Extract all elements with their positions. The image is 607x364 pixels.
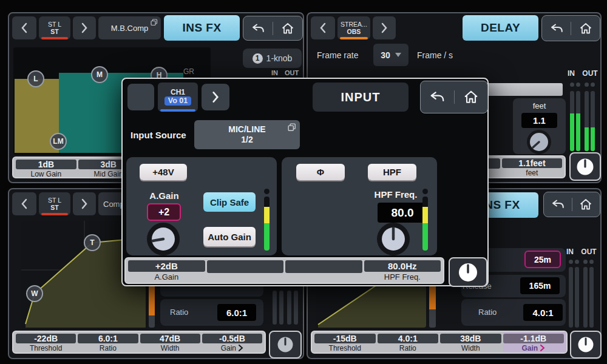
ratio-value[interactable]: 6.0:1 (217, 304, 256, 321)
param-value[interactable] (285, 260, 362, 273)
home-icon[interactable] (578, 21, 593, 36)
hpf-freq-value[interactable]: 80.0 (378, 203, 427, 223)
param-cell-feet[interactable]: 1.1feet feet (502, 158, 562, 176)
peak-dot (589, 260, 594, 264)
clip-safe-button[interactable]: Clip Safe (203, 192, 256, 212)
undo-icon[interactable] (251, 21, 265, 36)
param-value[interactable]: 38dB (440, 334, 501, 343)
chevron-left-icon (18, 197, 30, 211)
phase-button[interactable]: Φ (296, 164, 345, 180)
param-value[interactable]: 4.0:1 (378, 334, 439, 343)
param-value-display[interactable]: 1.1 (521, 113, 557, 128)
band-handle-low[interactable]: L (27, 70, 44, 87)
ratio-row: Ratio 4.0:1 (461, 299, 566, 326)
prev-channel-button[interactable] (311, 16, 335, 39)
home-icon[interactable] (578, 197, 593, 212)
band-handle-mid[interactable]: M (91, 66, 108, 83)
param-cell-width[interactable]: 47dB Width (140, 334, 200, 351)
param-value[interactable]: -0.5dB (202, 334, 262, 343)
undo-icon[interactable] (429, 89, 446, 106)
param-value[interactable] (207, 260, 284, 273)
input-source-button[interactable]: MIC/LINE 1/2 (194, 120, 300, 149)
tab-ins-fx[interactable]: INS FX (164, 15, 240, 41)
channel-select-button[interactable]: ST L ST (39, 192, 70, 215)
param-value[interactable]: 47dB (140, 334, 200, 343)
param-cell[interactable] (207, 260, 284, 281)
phantom-48v-button[interactable]: +48V (140, 164, 187, 180)
param-cell-ratio[interactable]: 6.0:1 Ratio (78, 334, 138, 351)
param-cell-ratio[interactable]: 4.0:1 Ratio (378, 334, 439, 351)
band-handle-low-mid[interactable]: LM (50, 133, 67, 150)
width-handle[interactable]: W (26, 285, 43, 302)
out-meter-l (585, 91, 589, 151)
undo-icon[interactable] (551, 197, 565, 212)
gr-label: GR (183, 67, 194, 76)
attack-value[interactable]: 25m (524, 251, 561, 268)
param-cell-again[interactable]: +2dB A.Gain (128, 260, 205, 281)
home-icon[interactable] (280, 21, 295, 36)
param-value[interactable]: 1.1feet (502, 158, 562, 168)
ratio-value[interactable]: 4.0:1 (523, 304, 563, 321)
next-channel-button[interactable] (202, 84, 229, 110)
param-value[interactable]: -15dB (314, 334, 376, 343)
nav-group (243, 16, 303, 41)
chevron-right-icon[interactable] (540, 345, 545, 351)
param-value[interactable]: -22dB (16, 334, 76, 343)
knob-assign-button[interactable] (269, 331, 302, 359)
param-label: Gain (521, 344, 538, 352)
knob-assign-button[interactable] (449, 257, 487, 287)
channel-name-line1: STREA... (341, 21, 367, 28)
tab-label: INS FX (182, 21, 221, 35)
param-value[interactable]: +2dB (128, 260, 205, 272)
param-cell-threshold[interactable]: -22dB Threshold (16, 334, 76, 351)
nav-group (420, 81, 488, 113)
prev-channel-button[interactable] (127, 84, 154, 110)
param-value[interactable]: 1dB (16, 160, 76, 169)
out-meter-r (294, 291, 298, 325)
frame-rate-dropdown[interactable]: 30 (373, 44, 409, 66)
again-value[interactable]: +2 (147, 203, 181, 221)
threshold-handle[interactable]: T (84, 234, 101, 251)
param-value[interactable]: 80.0Hz (364, 260, 441, 272)
channel-select-button[interactable]: STREA... OBS (337, 16, 370, 39)
param-cell-width[interactable]: 38dB Width (440, 334, 501, 351)
channel-name-line2: OBS (347, 28, 361, 36)
release-value[interactable]: 165m (520, 277, 560, 294)
param-value[interactable]: -1.1dB (503, 334, 565, 343)
channel-name-line2: ST (50, 28, 58, 36)
preset-library-button[interactable]: M.B.Comp (98, 16, 161, 39)
next-channel-button[interactable] (73, 16, 96, 39)
preset-name: M.B.Comp (111, 24, 148, 33)
auto-gain-button[interactable]: Auto Gain (203, 227, 256, 246)
chevron-right-icon[interactable] (238, 345, 243, 351)
again-knob[interactable] (146, 221, 181, 257)
peak-dot (575, 260, 579, 264)
prev-channel-button[interactable] (12, 16, 36, 39)
home-icon[interactable] (463, 89, 480, 106)
undo-icon[interactable] (549, 21, 564, 36)
knob-icon (577, 335, 595, 354)
param-cell[interactable] (285, 260, 362, 281)
tab-delay[interactable]: DELAY (463, 15, 538, 41)
param-cell-threshold[interactable]: -15dB Threshold (314, 334, 376, 351)
one-knob-badge-icon: 1 (253, 53, 263, 64)
param-cell-hpf-freq[interactable]: 80.0Hz HPF Freq. (364, 260, 441, 281)
hpf-button[interactable]: HPF (368, 164, 416, 180)
param-value[interactable]: 6.0:1 (78, 334, 138, 343)
hpf-level-meter (422, 197, 428, 251)
knob-assign-button[interactable] (570, 331, 602, 359)
param-cell-gain[interactable]: -0.5dB Gain (202, 334, 262, 351)
out-label: OUT (285, 69, 299, 76)
param-cell-gain-highlighted[interactable]: -1.1dB Gain (503, 332, 567, 352)
next-channel-button[interactable] (73, 192, 96, 215)
delay-knob[interactable] (526, 129, 552, 155)
next-channel-button[interactable] (373, 16, 396, 39)
channel-select-button[interactable]: CH1 Vo 01 (158, 83, 198, 112)
knob-assign-button[interactable] (569, 152, 601, 181)
hpf-freq-knob[interactable] (376, 221, 411, 257)
channel-select-button[interactable]: ST L ST (39, 16, 70, 39)
in-meter-r (576, 91, 580, 151)
prev-channel-button[interactable] (12, 192, 36, 215)
param-cell-low-gain[interactable]: 1dB Low Gain (16, 160, 76, 176)
one-knob-button[interactable]: 1 1-knob (243, 49, 302, 68)
